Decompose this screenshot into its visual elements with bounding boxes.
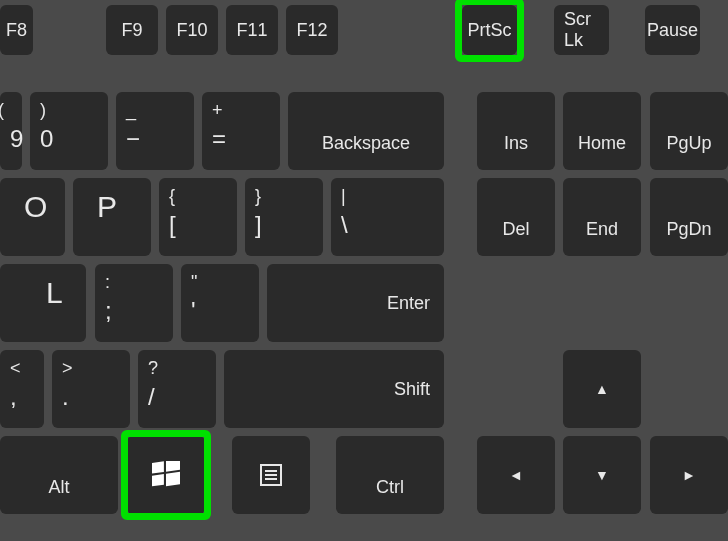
key-label: PrtSc	[468, 20, 512, 41]
key-ins[interactable]: Ins	[477, 92, 555, 170]
svg-rect-1	[166, 461, 180, 472]
arrow-left-icon: ◄	[509, 467, 523, 483]
key-comma[interactable]: < ,	[0, 350, 44, 428]
key-semicolon[interactable]: : ;	[95, 264, 173, 342]
key-slash[interactable]: ? /	[138, 350, 216, 428]
svg-rect-3	[166, 472, 180, 487]
key-minus[interactable]: _ −	[116, 92, 194, 170]
key-pgup[interactable]: PgUp	[650, 92, 728, 170]
key-f11[interactable]: F11	[226, 5, 278, 55]
key-label: F9	[121, 20, 142, 41]
key-upper: ?	[148, 358, 158, 379]
key-label: Shift	[394, 379, 430, 400]
key-alt[interactable]: Alt	[0, 436, 118, 514]
key-lower: [	[169, 211, 176, 239]
key-upper: +	[212, 100, 223, 121]
key-lower: .	[62, 383, 69, 411]
key-lower: −	[126, 125, 140, 153]
svg-rect-2	[152, 474, 164, 486]
arrow-down-icon: ▼	[595, 467, 609, 483]
key-backspace[interactable]: Backspace	[288, 92, 444, 170]
key-upper: {	[169, 186, 175, 207]
key-lower: 0	[40, 125, 53, 153]
key-lower: 9	[10, 125, 23, 153]
key-label: Enter	[387, 293, 430, 314]
key-pause[interactable]: Pause	[645, 5, 700, 55]
key-label: P	[83, 186, 117, 224]
key-lower: =	[212, 125, 226, 153]
key-arrow-up[interactable]: ▲	[563, 350, 641, 428]
key-rbracket[interactable]: } ]	[245, 178, 323, 256]
key-f10[interactable]: F10	[166, 5, 218, 55]
key-enter[interactable]: Enter	[267, 264, 444, 342]
key-l[interactable]: L	[0, 264, 86, 342]
key-f8[interactable]: F8	[0, 5, 33, 55]
key-label: Del	[502, 219, 529, 240]
key-label: F11	[236, 20, 267, 41]
key-label: F8	[6, 20, 27, 41]
key-lower: ,	[10, 383, 17, 411]
key-upper: |	[341, 186, 346, 207]
arrow-up-icon: ▲	[595, 381, 609, 397]
key-scrlk[interactable]: Scr Lk	[554, 5, 609, 55]
key-arrow-down[interactable]: ▼	[563, 436, 641, 514]
key-label: Ctrl	[376, 477, 404, 498]
key-upper: "	[191, 272, 197, 293]
key-label: Home	[578, 133, 626, 154]
key-label: O	[10, 186, 47, 224]
key-lower: /	[148, 383, 155, 411]
key-label: Ins	[504, 133, 528, 154]
key-label: Scr Lk	[564, 9, 599, 51]
key-0[interactable]: ) 0	[30, 92, 108, 170]
key-f9[interactable]: F9	[106, 5, 158, 55]
key-label: PgDn	[666, 219, 711, 240]
key-upper: :	[105, 272, 110, 293]
key-shift[interactable]: Shift	[224, 350, 444, 428]
key-lower: ]	[255, 211, 262, 239]
key-label: Alt	[48, 477, 69, 498]
svg-rect-0	[152, 461, 164, 473]
key-lower: \	[341, 211, 348, 239]
key-9[interactable]: ( 9	[0, 92, 22, 170]
key-p[interactable]: P	[73, 178, 151, 256]
key-windows[interactable]	[127, 436, 205, 514]
key-upper: }	[255, 186, 261, 207]
key-del[interactable]: Del	[477, 178, 555, 256]
key-lower: ;	[105, 297, 112, 325]
key-f12[interactable]: F12	[286, 5, 338, 55]
key-lbracket[interactable]: { [	[159, 178, 237, 256]
key-equals[interactable]: + =	[202, 92, 280, 170]
key-upper: _	[126, 100, 136, 121]
key-upper: )	[40, 100, 46, 121]
key-home[interactable]: Home	[563, 92, 641, 170]
key-arrow-right[interactable]: ►	[650, 436, 728, 514]
arrow-right-icon: ►	[682, 467, 696, 483]
key-label: F10	[176, 20, 207, 41]
key-label: End	[586, 219, 618, 240]
key-backslash[interactable]: | \	[331, 178, 444, 256]
key-label: Pause	[647, 20, 698, 41]
menu-icon	[259, 463, 283, 487]
key-upper: <	[10, 358, 21, 379]
key-label: PgUp	[666, 133, 711, 154]
key-label: F12	[296, 20, 327, 41]
key-upper: (	[0, 100, 4, 121]
key-label: Backspace	[322, 133, 410, 154]
key-upper: >	[62, 358, 73, 379]
key-menu[interactable]	[232, 436, 310, 514]
key-label: L	[10, 272, 63, 310]
key-period[interactable]: > .	[52, 350, 130, 428]
key-o[interactable]: O	[0, 178, 65, 256]
key-ctrl[interactable]: Ctrl	[336, 436, 444, 514]
key-end[interactable]: End	[563, 178, 641, 256]
key-pgdn[interactable]: PgDn	[650, 178, 728, 256]
key-arrow-left[interactable]: ◄	[477, 436, 555, 514]
key-lower: '	[191, 297, 196, 325]
key-prtsc[interactable]: PrtSc	[462, 5, 517, 55]
key-quote[interactable]: " '	[181, 264, 259, 342]
windows-icon	[152, 461, 180, 489]
